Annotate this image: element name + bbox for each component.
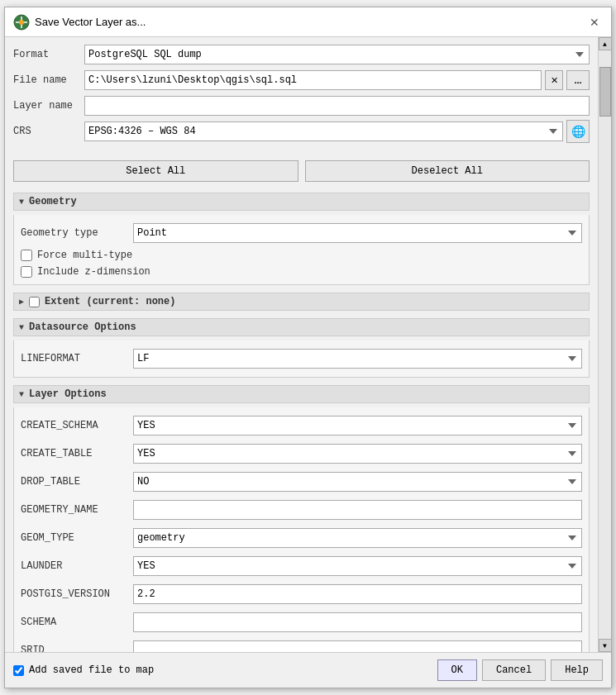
geom-type-label: GEOM_TYPE	[21, 532, 128, 544]
force-multi-row: Force multi-type	[21, 250, 582, 261]
format-select[interactable]: PostgreSQL SQL dump	[84, 45, 590, 64]
browse-button[interactable]: ...	[566, 70, 590, 90]
filename-input[interactable]	[84, 70, 542, 90]
ok-button[interactable]: OK	[437, 659, 477, 681]
scroll-track[interactable]	[599, 50, 611, 639]
clear-filename-button[interactable]: ✕	[545, 70, 563, 90]
include-z-checkbox[interactable]	[21, 266, 32, 278]
force-multi-label: Force multi-type	[37, 250, 132, 261]
geometry-section-title: Geometry	[29, 196, 77, 207]
geom-type-row: GEOM_TYPE geometrygeography	[21, 526, 582, 550]
add-to-map-label: Add saved file to map	[29, 664, 154, 676]
drop-table-row: DROP_TABLE NOYES	[21, 470, 582, 493]
geometry-type-select[interactable]: Point	[133, 223, 582, 243]
launder-row: LAUNDER YESNO	[21, 555, 582, 578]
layername-input[interactable]	[84, 96, 590, 116]
geometry-section-header[interactable]: ▼ Geometry	[13, 193, 590, 211]
force-multi-checkbox[interactable]	[21, 250, 32, 261]
cancel-button[interactable]: Cancel	[482, 659, 546, 681]
layername-label: Layer name	[13, 100, 79, 112]
create-schema-label: CREATE_SCHEMA	[21, 420, 128, 431]
crs-row: CRS EPSG:4326 – WGS 84 🌐	[13, 121, 590, 142]
extent-arrow-icon: ▶	[19, 297, 24, 307]
schema-row: SCHEMA	[21, 611, 582, 634]
layer-options-section-header[interactable]: ▼ Layer Options	[13, 385, 590, 403]
dialog-title: Save Vector Layer as...	[35, 16, 146, 28]
geometry-section-content: Geometry type Point Force multi-type Inc…	[13, 215, 590, 285]
srid-row: SRID	[21, 639, 582, 652]
extent-checkbox[interactable]	[29, 297, 40, 307]
create-schema-row: CREATE_SCHEMA YESNO	[21, 414, 582, 437]
save-vector-dialog: Save Vector Layer as... ✕ Format Postgre…	[4, 7, 612, 688]
scroll-up-arrow[interactable]: ▲	[599, 37, 612, 50]
srid-input[interactable]	[133, 640, 582, 652]
geometry-name-label: GEOMETRY_NAME	[21, 504, 128, 516]
lineformat-row: LINEFORMAT LF CRLF	[21, 347, 582, 370]
format-label: Format	[13, 49, 79, 60]
footer-right: OK Cancel Help	[437, 659, 603, 681]
schema-input[interactable]	[133, 612, 582, 632]
layer-options-section-content: CREATE_SCHEMA YESNO CREATE_TABLE YESNO D…	[13, 407, 590, 652]
scrollbar[interactable]: ▲ ▼	[598, 37, 611, 652]
include-z-row: Include z-dimension	[21, 266, 582, 278]
select-buttons-row: Select All Deselect All	[13, 160, 590, 182]
create-table-select[interactable]: YESNO	[133, 444, 582, 464]
title-bar-left: Save Vector Layer as...	[13, 14, 146, 31]
extent-section-title: Extent (current: none)	[45, 296, 175, 307]
svg-point-1	[19, 20, 24, 25]
geometry-type-row: Geometry type Point	[21, 221, 582, 245]
crs-select[interactable]: EPSG:4326 – WGS 84	[84, 121, 563, 141]
layer-options-arrow-icon: ▼	[19, 390, 24, 399]
main-content: Format PostgreSQL SQL dump File name ✕ .…	[5, 37, 598, 652]
lineformat-label: LINEFORMAT	[21, 353, 128, 364]
postgis-version-input[interactable]	[133, 584, 582, 604]
add-to-map-checkbox[interactable]	[13, 665, 24, 676]
create-table-row: CREATE_TABLE YESNO	[21, 442, 582, 465]
layer-options-section-title: Layer Options	[29, 388, 107, 400]
datasource-section-content: LINEFORMAT LF CRLF	[13, 340, 590, 378]
launder-select[interactable]: YESNO	[133, 556, 582, 576]
datasource-section-title: Datasource Options	[29, 321, 136, 333]
geometry-name-row: GEOMETRY_NAME	[21, 498, 582, 521]
layername-row: Layer name	[13, 95, 590, 117]
scroll-down-arrow[interactable]: ▼	[599, 639, 612, 652]
filename-label: File name	[13, 74, 79, 86]
datasource-section-header[interactable]: ▼ Datasource Options	[13, 318, 590, 336]
title-bar: Save Vector Layer as... ✕	[5, 7, 611, 37]
lineformat-select[interactable]: LF CRLF	[133, 349, 582, 369]
select-all-button[interactable]: Select All	[13, 160, 298, 182]
geom-type-select[interactable]: geometrygeography	[133, 528, 582, 548]
footer: Add saved file to map OK Cancel Help	[5, 652, 611, 688]
extent-section-header[interactable]: ▶ Extent (current: none)	[13, 293, 590, 311]
drop-table-label: DROP_TABLE	[21, 476, 128, 488]
schema-label: SCHEMA	[21, 616, 128, 628]
datasource-arrow-icon: ▼	[19, 323, 24, 332]
deselect-all-button[interactable]: Deselect All	[305, 160, 590, 182]
postgis-version-label: POSTGIS_VERSION	[21, 588, 128, 600]
postgis-version-row: POSTGIS_VERSION	[21, 583, 582, 606]
launder-label: LAUNDER	[21, 560, 128, 572]
help-button[interactable]: Help	[551, 659, 603, 681]
scroll-thumb[interactable]	[599, 67, 611, 117]
create-schema-select[interactable]: YESNO	[133, 416, 582, 436]
footer-left: Add saved file to map	[13, 664, 154, 676]
dialog-body: Format PostgreSQL SQL dump File name ✕ .…	[5, 37, 611, 652]
geometry-type-label: Geometry type	[21, 227, 128, 239]
filename-row: File name ✕ ...	[13, 69, 590, 91]
close-button[interactable]: ✕	[586, 14, 603, 31]
include-z-label: Include z-dimension	[37, 266, 150, 278]
srid-label: SRID	[21, 645, 128, 652]
format-row: Format PostgreSQL SQL dump	[13, 44, 590, 65]
qgis-icon	[13, 14, 30, 31]
create-table-label: CREATE_TABLE	[21, 448, 128, 459]
geometry-arrow-icon: ▼	[19, 198, 24, 207]
crs-label: CRS	[13, 126, 79, 137]
geometry-name-input[interactable]	[133, 500, 582, 520]
drop-table-select[interactable]: NOYES	[133, 472, 582, 492]
crs-globe-button[interactable]: 🌐	[566, 120, 590, 143]
